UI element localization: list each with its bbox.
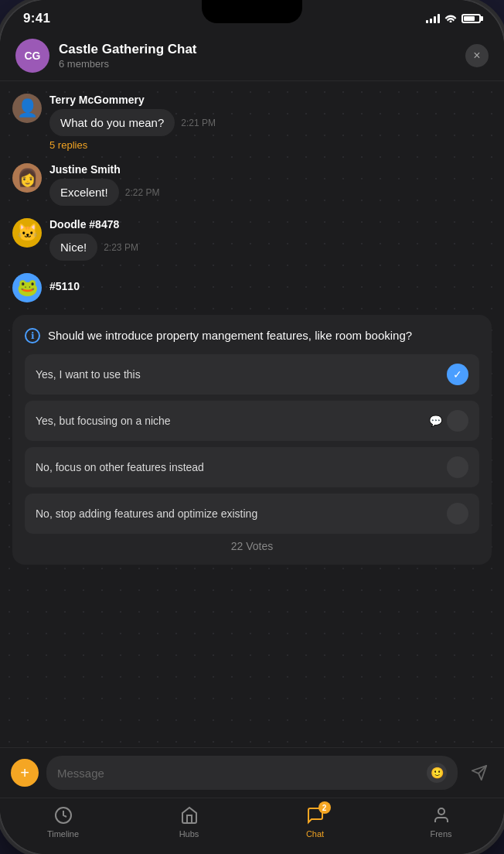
username: #5110 [49,280,80,292]
username: Doodle #8478 [49,218,492,231]
chat-header: CG Castle Gathering Chat 6 members × [0,31,504,81]
poll-radio-icon [447,456,468,478]
poll-option-right [447,503,468,524]
notch [202,0,302,23]
poll-option-right: ✓ [447,364,468,385]
frens-icon [431,804,452,826]
status-icons [426,12,481,25]
replies-link[interactable]: 5 replies [49,139,492,151]
svg-point-3 [438,808,444,815]
poll-option[interactable]: Yes, but focusing on a niche 💬 [25,401,479,441]
partial-message-header: 🐸 #5110 [12,273,492,302]
avatar: 👩 [12,163,42,193]
sidebar-item-frens[interactable]: Frens [378,804,504,839]
nav-frens-label: Frens [430,829,451,839]
nav-hubs-label: Hubs [179,829,199,839]
phone-frame: 9:41 CG Castle Gathering Chat [0,0,504,854]
sidebar-item-timeline[interactable]: Timeline [0,804,126,839]
bubble-row: Nice! 2:23 PM [49,234,492,261]
chat-title: Castle Gathering Chat [59,42,465,57]
battery-icon [461,14,481,23]
poll-votes: 22 Votes [25,540,479,552]
chat-icon: 2 [305,804,326,826]
avatar: 🐸 [12,273,42,302]
message-input-area: + Message 🙂 [0,747,504,798]
bottom-nav: Timeline Hubs 2 [0,798,504,854]
poll-option-right [447,456,468,478]
message-group: 🐱 Doodle #8478 Nice! 2:23 PM [12,218,492,261]
sidebar-item-hubs[interactable]: Hubs [126,804,252,839]
sidebar-item-chat[interactable]: 2 Chat [252,804,378,839]
poll-option[interactable]: No, focus on other features instead [25,447,479,487]
username: Terry McGommery [49,94,492,106]
message-content: Terry McGommery What do you mean? 2:21 P… [49,94,492,151]
chat-area: 👤 Terry McGommery What do you mean? 2:21… [0,81,504,747]
status-time: 9:41 [23,11,50,26]
close-button[interactable]: × [465,44,489,67]
message-bubble: Excelent! [49,179,119,206]
timeline-icon [53,804,74,826]
message-content: Justine Smith Excelent! 2:22 PM [49,163,492,206]
message-content: Doodle #8478 Nice! 2:23 PM [49,218,492,261]
poll-option-right: 💬 [429,410,468,432]
bubble-row: Excelent! 2:22 PM [49,179,492,206]
poll-radio-icon [447,503,468,524]
avatar: 👤 [12,94,42,123]
message-input-wrapper[interactable]: Message 🙂 [46,756,458,790]
poll-info-icon: ℹ [25,328,40,343]
comment-icon: 💬 [429,415,442,427]
message-time: 2:23 PM [104,242,138,253]
poll-option-text: No, stop adding features and optimize ex… [36,507,447,521]
poll-check-icon: ✓ [447,364,468,385]
message-placeholder: Message [57,767,104,780]
poll-option-text: No, focus on other features instead [36,460,447,474]
nav-chat-label: Chat [306,829,324,839]
poll-option-text: Yes, I want to use this [36,367,447,381]
poll-radio-icon [447,410,468,432]
wifi-icon [444,12,457,25]
message-bubble: What do you mean? [49,109,175,136]
poll-question: Should we introduce property mangement f… [48,327,479,343]
username: Justine Smith [49,163,492,176]
message-time: 2:21 PM [181,118,216,128]
message-header: 👤 Terry McGommery What do you mean? 2:21… [12,94,492,151]
poll-option-text: Yes, but focusing on a niche [36,414,429,428]
screen: 9:41 CG Castle Gathering Chat [0,0,504,854]
poll-option[interactable]: Yes, I want to use this ✓ [25,354,479,395]
add-button[interactable]: + [11,759,39,787]
emoji-button[interactable]: 🙂 [427,763,447,783]
poll-question-row: ℹ Should we introduce property mangement… [25,327,479,343]
message-group: 👤 Terry McGommery What do you mean? 2:21… [12,94,492,151]
signal-icon [426,14,440,23]
message-time: 2:22 PM [125,187,160,198]
message-bubble: Nice! [49,234,97,261]
poll-card: ℹ Should we introduce property mangement… [12,315,492,565]
send-button[interactable] [465,759,493,787]
hubs-icon [179,804,200,826]
header-info: Castle Gathering Chat 6 members [59,42,465,70]
bubble-row: What do you mean? 2:21 PM [49,109,492,136]
message-group: 👩 Justine Smith Excelent! 2:22 PM [12,163,492,206]
message-header: 🐱 Doodle #8478 Nice! 2:23 PM [12,218,492,261]
member-count: 6 members [59,58,465,70]
header-avatar: CG [15,39,49,73]
nav-timeline-label: Timeline [47,829,79,839]
message-header: 👩 Justine Smith Excelent! 2:22 PM [12,163,492,206]
chat-badge: 2 [318,801,331,814]
avatar: 🐱 [12,218,42,248]
poll-option[interactable]: No, stop adding features and optimize ex… [25,494,479,534]
message-group: 🐸 #5110 ℹ Should we introduce property m… [12,273,492,571]
